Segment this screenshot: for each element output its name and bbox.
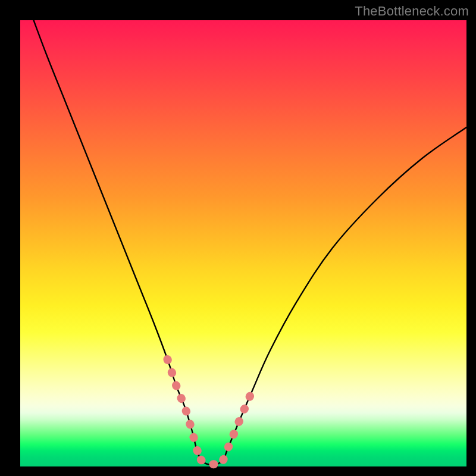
plot-area — [20, 20, 466, 466]
chart-frame: TheBottleneck.com — [0, 0, 476, 476]
watermark-text: TheBottleneck.com — [355, 4, 469, 19]
chart-svg — [20, 20, 466, 466]
